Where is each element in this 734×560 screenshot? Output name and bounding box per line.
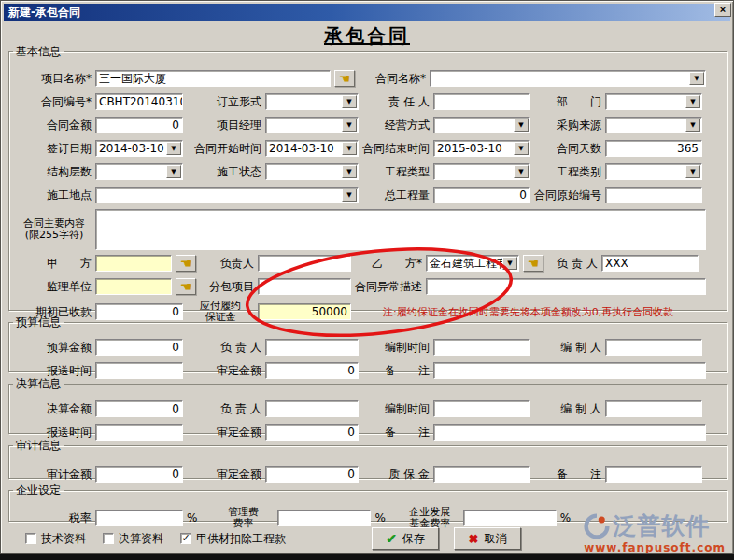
- subcontract-input[interactable]: [258, 278, 351, 295]
- supervisor-picker-button[interactable]: ☚: [176, 278, 196, 295]
- contract-amount-input[interactable]: 0: [95, 117, 183, 133]
- checkbox-settle-data[interactable]: 决算资料: [103, 531, 163, 547]
- duty-person-input[interactable]: [433, 93, 530, 110]
- main-content-textarea[interactable]: [95, 209, 706, 250]
- project-name-input[interactable]: 三一国际大厦: [95, 70, 331, 87]
- save-button[interactable]: ✔ 保存: [372, 527, 439, 550]
- project-manager-select[interactable]: ▼: [265, 117, 359, 133]
- dropdown-arrow-icon[interactable]: ▼: [502, 257, 517, 270]
- party-b-select[interactable]: 金石建筑工程有限公司▼: [426, 255, 519, 272]
- budget-compiler-input[interactable]: [605, 339, 702, 356]
- location-select[interactable]: ▼: [95, 187, 359, 203]
- checkbox-box[interactable]: [103, 533, 114, 544]
- settlement-compiler-input[interactable]: [605, 400, 702, 417]
- section-settlement: 决算信息 决算金额 0 负 责 人 编制时间 编 制 人 报送时间 审定金额 0…: [8, 376, 727, 434]
- dropdown-arrow-icon[interactable]: ▼: [514, 119, 529, 132]
- purchase-source-select[interactable]: ▼: [605, 117, 702, 133]
- party-a-person-input[interactable]: [258, 255, 351, 272]
- tax-rate-input[interactable]: [95, 510, 183, 526]
- dropdown-arrow-icon[interactable]: ▼: [685, 165, 700, 178]
- dropdown-arrow-icon[interactable]: ▼: [342, 142, 357, 155]
- dropdown-arrow-icon[interactable]: ▼: [689, 72, 704, 85]
- department-label: 部 门: [534, 94, 601, 110]
- checkbox-box[interactable]: ✓: [180, 533, 191, 544]
- supervisor-input[interactable]: [95, 278, 172, 295]
- dropdown-arrow-icon[interactable]: ▼: [342, 189, 357, 202]
- contract-amount-label: 合同金额: [17, 118, 92, 133]
- biz-mode-label: 经营方式: [362, 118, 430, 133]
- budget-person-input[interactable]: [265, 339, 359, 356]
- form-row: 签订日期 2014-03-10▼ 合同开始时间 2014-03-10▼ 合同结束…: [17, 139, 706, 158]
- dropdown-arrow-icon[interactable]: ▼: [342, 165, 357, 178]
- party-b-picker-button[interactable]: ☚: [523, 255, 543, 272]
- form-row: 施工地点 ▼ 总工程量 0 合同原始编号: [17, 186, 706, 204]
- form-row: 决算金额 0 负 责 人 编制时间 编 制 人: [17, 399, 706, 418]
- dropdown-arrow-icon[interactable]: ▼: [166, 142, 181, 155]
- form-row: 甲 方 ☚ 负责人 乙 方* 金石建筑工程有限公司▼ ☚ 负 责 人 XXX: [17, 254, 706, 273]
- vendor-url: www.fanpusoft.com: [584, 541, 726, 554]
- mgmt-fee-input[interactable]: [277, 510, 371, 526]
- proj-category-select[interactable]: ▼: [605, 163, 702, 180]
- department-select[interactable]: ▼: [605, 93, 702, 110]
- start-date-picker[interactable]: 2014-03-10▼: [265, 140, 359, 157]
- project-picker-button[interactable]: ☚: [334, 70, 355, 87]
- dropdown-arrow-icon[interactable]: ▼: [685, 119, 700, 132]
- contract-name-select[interactable]: ▼: [430, 70, 706, 87]
- party-b-person-input[interactable]: XXX: [601, 255, 699, 272]
- dropdown-arrow-icon[interactable]: ▼: [514, 165, 529, 178]
- dropdown-arrow-icon[interactable]: ▼: [514, 142, 529, 155]
- contract-days-input[interactable]: 365: [605, 140, 702, 157]
- audit-remark-input[interactable]: [605, 466, 702, 483]
- checkbox-material-deduct[interactable]: ✓ 甲供材扣除工程款: [180, 531, 286, 547]
- footer-bar: 技术资料 决算资料 ✓ 甲供材扣除工程款 ✔ 保存 ✖ 取消: [20, 526, 521, 551]
- abnormal-desc-input[interactable]: [426, 278, 706, 295]
- party-a-label: 甲 方: [17, 256, 92, 272]
- party-b-label: 乙 方*: [355, 256, 422, 272]
- audit-amount-input[interactable]: 0: [95, 466, 183, 483]
- end-date-picker[interactable]: 2015-03-10▼: [433, 140, 530, 157]
- dev-fund-input[interactable]: [463, 510, 557, 526]
- construct-status-label: 施工状态: [187, 164, 261, 180]
- checkbox-tech-label: 技术资料: [41, 531, 86, 547]
- budget-amount-input[interactable]: 0: [95, 339, 183, 356]
- settlement-person-label: 负 责 人: [187, 401, 261, 417]
- checkbox-tech-data[interactable]: 技术资料: [25, 531, 86, 547]
- location-label: 施工地点: [17, 188, 92, 203]
- dropdown-arrow-icon[interactable]: ▼: [342, 95, 357, 108]
- budget-compile-time-input[interactable]: [433, 339, 530, 356]
- dropdown-arrow-icon[interactable]: ▼: [685, 95, 700, 108]
- settlement-amount-input[interactable]: 0: [95, 400, 183, 417]
- settlement-compiler-label: 编 制 人: [534, 401, 601, 417]
- cancel-button[interactable]: ✖ 取消: [454, 527, 521, 550]
- settlement-compile-time-input[interactable]: [433, 400, 530, 417]
- construct-status-select[interactable]: ▼: [265, 163, 359, 180]
- floors-select[interactable]: ▼: [95, 163, 183, 180]
- checkbox-box[interactable]: [25, 533, 36, 544]
- original-no-input[interactable]: [605, 187, 702, 203]
- form-row: 合同主要内容(限255字符): [17, 207, 706, 252]
- dropdown-arrow-icon[interactable]: ▼: [166, 165, 181, 178]
- budget-person-label: 负 责 人: [187, 340, 261, 356]
- audit-warranty-input[interactable]: [433, 466, 530, 483]
- hand-picker-icon: ☚: [180, 257, 192, 270]
- hand-picker-icon: ☚: [528, 257, 540, 270]
- close-button[interactable]: ×: [714, 3, 731, 17]
- party-a-picker-button[interactable]: ☚: [176, 255, 196, 272]
- proj-type-select[interactable]: ▼: [433, 163, 530, 180]
- total-quantity-label: 总工程量: [362, 188, 430, 203]
- form-row: 合同编号* CBHT2014031001 订立形式 ▼ 责 任 人 部 门 ▼: [17, 92, 706, 111]
- audit-approved-input[interactable]: 0: [265, 466, 359, 483]
- hand-picker-icon: ☚: [339, 72, 351, 85]
- dropdown-arrow-icon[interactable]: ▼: [342, 119, 357, 132]
- percent-sign: %: [374, 511, 385, 525]
- form-type-select[interactable]: ▼: [265, 93, 359, 110]
- vendor-logo: 泛普软件 www.fanpusoft.com: [584, 511, 726, 554]
- settlement-person-input[interactable]: [265, 400, 359, 417]
- contract-no-input[interactable]: CBHT2014031001: [95, 93, 183, 110]
- end-date-label: 合同结束时间: [362, 141, 430, 157]
- biz-mode-select[interactable]: ▼: [433, 117, 530, 133]
- party-a-input[interactable]: [95, 255, 172, 272]
- sign-date-picker[interactable]: 2014-03-10▼: [95, 140, 183, 157]
- party-a-person-label: 负责人: [200, 256, 254, 272]
- total-quantity-input[interactable]: 0: [433, 187, 530, 203]
